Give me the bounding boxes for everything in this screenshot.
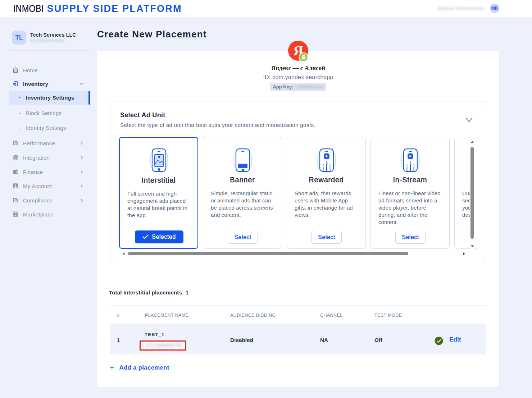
svg-text:$: $: [329, 164, 331, 167]
svg-text:$: $: [323, 164, 324, 167]
svg-text:$: $: [413, 164, 415, 167]
svg-text:$: $: [406, 164, 408, 167]
svg-text:$: $: [409, 160, 411, 165]
svg-text:$: $: [326, 160, 328, 165]
